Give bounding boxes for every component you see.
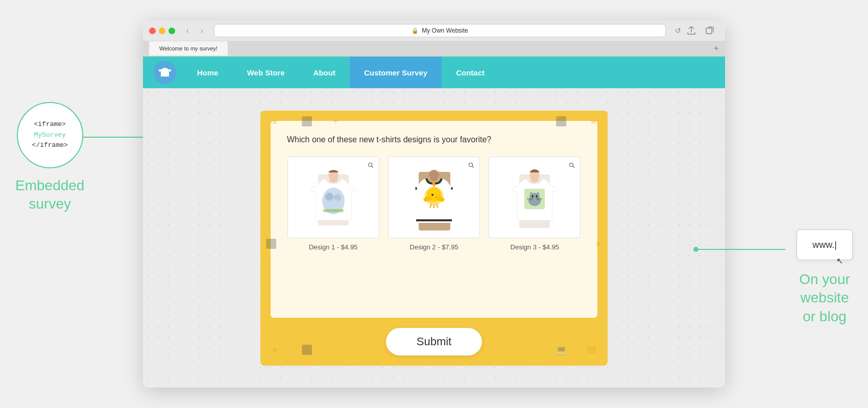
iframe-open-tag: <iframe>	[34, 119, 66, 130]
annotation-left: <iframe> MySurvey </iframe> Embedded sur…	[15, 102, 84, 214]
url-text: My Own Website	[422, 27, 468, 34]
tshirt-label-3: Design 3 - $4.95	[511, 243, 559, 251]
on-your-website-label: On your website or blog	[799, 270, 850, 326]
tab-label: Welcome to my survey!	[159, 45, 218, 52]
forward-button[interactable]: ›	[196, 24, 208, 37]
annotation-line-right	[693, 247, 785, 252]
www-text: www.|	[812, 240, 837, 250]
svg-rect-0	[706, 28, 712, 34]
svg-point-34	[570, 163, 573, 166]
tshirt-label-2: Design 2 - $7.95	[409, 243, 458, 251]
svg-point-9	[368, 163, 372, 166]
survey-inner: Which one of these new t-shirts designs …	[271, 121, 597, 318]
browser-actions	[684, 23, 717, 38]
www-input-box: www.| ↖	[797, 230, 853, 260]
svg-point-14	[431, 194, 433, 196]
browser-window: ‹ › 🔒 My Own Website ↺	[143, 20, 725, 388]
traffic-lights	[149, 28, 175, 34]
new-tab-button[interactable]	[703, 23, 717, 38]
browser-titlebar: ‹ › 🔒 My Own Website ↺	[143, 20, 725, 41]
zoom-icon-3[interactable]	[567, 160, 577, 170]
tshirt-label-1: Design 1 - $4.95	[309, 243, 357, 251]
svg-point-27	[536, 195, 537, 197]
svg-rect-6	[323, 209, 344, 212]
site-nav: Home Web Store About Customer Survey Con…	[143, 57, 725, 88]
browser-chrome: ‹ › 🔒 My Own Website ↺	[143, 20, 725, 57]
nav-customer-survey[interactable]: Customer Survey	[350, 57, 442, 88]
nav-links: Home Web Store About Customer Survey Con…	[183, 57, 499, 88]
survey-area: ★ ⬛ ✦ ★ ⬛ ★ ⬛ ☎ 💻 ⬛ ★ Which one of these…	[143, 88, 725, 388]
maximize-button[interactable]	[168, 28, 175, 34]
reload-button[interactable]: ↺	[672, 24, 684, 37]
tshirt-image-2	[388, 157, 480, 238]
nav-about[interactable]: About	[299, 57, 350, 88]
zoom-icon-2[interactable]	[466, 160, 476, 170]
nav-buttons: ‹ ›	[181, 24, 208, 37]
iframe-src: MySurvey	[34, 130, 66, 141]
nav-webstore[interactable]: Web Store	[233, 57, 299, 88]
address-bar[interactable]: 🔒 My Own Website	[214, 24, 666, 37]
cursor-icon: ↖	[836, 256, 843, 266]
close-button[interactable]	[149, 28, 156, 34]
survey-question: Which one of these new t-shirts designs …	[287, 135, 581, 144]
tab-add-button[interactable]: +	[713, 43, 719, 54]
iframe-close-tag: </iframe>	[32, 140, 68, 151]
svg-point-18	[429, 170, 439, 179]
submit-button[interactable]: Submit	[386, 328, 482, 355]
connector-dot-right	[693, 247, 698, 252]
svg-point-19	[469, 163, 472, 166]
submit-area: Submit	[271, 328, 597, 355]
iframe-annotation-circle: <iframe> MySurvey </iframe>	[17, 102, 83, 168]
lock-icon: 🔒	[412, 28, 419, 34]
tshirt-options: Design 1 - $4.95	[287, 157, 581, 251]
annotation-right: www.| ↖ On your website or blog	[797, 230, 853, 326]
tshirt-option-1[interactable]: Design 1 - $4.95	[287, 157, 379, 251]
nav-home[interactable]: Home	[183, 57, 233, 88]
minimize-button[interactable]	[159, 28, 165, 34]
connector-line-right	[698, 249, 785, 250]
tshirt-option-3[interactable]: Design 3 - $4.95	[489, 157, 581, 251]
site-logo[interactable]	[153, 61, 177, 84]
nav-contact[interactable]: Contact	[442, 57, 499, 88]
tshirt-image-3	[489, 157, 581, 238]
survey-frame: ★ ⬛ ✦ ★ ⬛ ★ ⬛ ☎ 💻 ⬛ ★ Which one of these…	[260, 111, 608, 366]
browser-tabbar: Welcome to my survey! +	[143, 41, 725, 56]
back-button[interactable]: ‹	[181, 24, 194, 37]
svg-point-26	[532, 195, 533, 197]
embedded-survey-label: Embedded survey	[15, 176, 84, 214]
website-content: Home Web Store About Customer Survey Con…	[143, 57, 725, 388]
svg-rect-11	[416, 219, 452, 221]
tshirt-option-2[interactable]: Design 2 - $7.95	[388, 157, 480, 251]
share-button[interactable]	[684, 23, 698, 38]
zoom-icon-1[interactable]	[366, 160, 376, 170]
tshirt-image-1	[287, 157, 379, 238]
browser-tab[interactable]: Welcome to my survey!	[149, 41, 228, 56]
